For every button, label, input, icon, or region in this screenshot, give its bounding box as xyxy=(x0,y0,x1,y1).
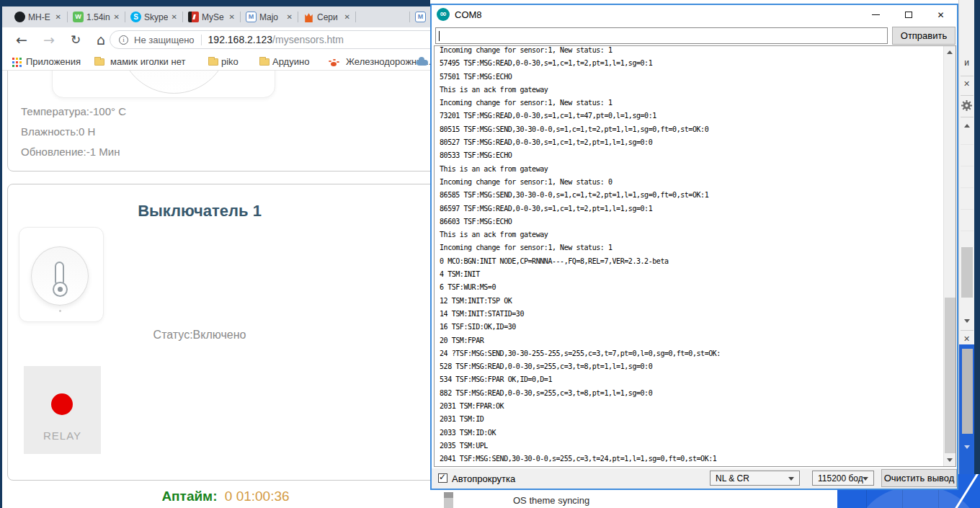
relay-button[interactable]: RELAY xyxy=(24,366,101,454)
tab-close-icon[interactable]: ✕ xyxy=(229,13,235,21)
cat-favicon xyxy=(303,12,314,22)
maximize-icon xyxy=(905,12,912,18)
browser-tab-serial[interactable]: Сери ✕ xyxy=(299,6,355,27)
tab-close-icon[interactable]: ✕ xyxy=(172,13,177,21)
minimize-icon xyxy=(872,14,880,15)
tab-close-icon[interactable]: ✕ xyxy=(114,13,120,21)
strip-blue-section xyxy=(959,344,975,476)
arduino-icon: ∞ xyxy=(437,8,450,21)
folder-icon[interactable] xyxy=(208,58,218,66)
bookmark-apps-label[interactable]: Приложения xyxy=(26,56,81,67)
scrollbar-thumb[interactable] xyxy=(962,349,973,434)
paw-icon[interactable] xyxy=(331,62,337,66)
info-icon[interactable]: i xyxy=(119,35,128,45)
address-bar[interactable]: i Не защищено 192.168.2.123/mysensors.ht… xyxy=(110,30,430,49)
tab-close-icon[interactable]: ✕ xyxy=(55,13,61,21)
serial-log-area[interactable]: Incoming change for sensor:1, New status… xyxy=(434,45,956,467)
divider xyxy=(961,144,974,145)
close-icon[interactable]: ✕ xyxy=(959,334,974,344)
browser-tab-github[interactable]: MH-E ✕ xyxy=(10,6,66,27)
browser-tab-154in[interactable]: W 1.54in ✕ xyxy=(68,6,124,27)
tab-separator xyxy=(355,12,356,22)
tab-label: Majo xyxy=(259,12,278,22)
mysensors-page: Температура:-100° C Влажность:0 Н Обновл… xyxy=(2,71,430,508)
minimize-button[interactable] xyxy=(860,5,892,24)
skype-favicon: S xyxy=(130,12,141,22)
tab-close-icon[interactable]: ✕ xyxy=(344,13,350,21)
divider xyxy=(961,76,974,76)
apps-grid-icon[interactable] xyxy=(12,58,14,60)
close-icon[interactable]: ✕ xyxy=(959,79,974,89)
m-hexagon-favicon: M xyxy=(246,12,257,22)
divider xyxy=(961,117,974,117)
serial-monitor-window: ∞ COM8 ✕ Отправить Incoming change for s… xyxy=(430,4,958,490)
mysensors-favicon xyxy=(188,12,199,22)
serial-log: Incoming change for sensor:1, New status… xyxy=(435,45,956,466)
browser-tab-majordomo[interactable]: M Majo ✕ xyxy=(241,6,297,27)
scroll-up-icon[interactable] xyxy=(947,50,953,54)
baud-rate-select[interactable]: 115200 бод xyxy=(812,471,874,486)
serial-title-bar[interactable]: ∞ COM8 ✕ xyxy=(432,5,957,24)
home-icon[interactable]: ⌂ xyxy=(97,32,105,48)
divider xyxy=(961,231,974,231)
switch-title: Выключатель 1 xyxy=(5,202,394,220)
browser-tab-partial[interactable]: M xyxy=(411,6,430,27)
gear-icon[interactable] xyxy=(959,100,974,114)
folder-icon[interactable] xyxy=(94,58,104,66)
scrollbar-thumb[interactable] xyxy=(961,247,973,298)
divider xyxy=(961,95,974,96)
strip-text: и xyxy=(959,58,974,68)
tab-close-icon[interactable]: ✕ xyxy=(287,13,293,21)
browser-toolbar: ← → ↻ ⌂ i Не защищено 192.168.2.123/myse… xyxy=(2,27,430,52)
scroll-down-icon[interactable] xyxy=(947,458,953,462)
clear-output-button[interactable]: Очистить вывод xyxy=(881,469,957,487)
background-scrollbar-fragment xyxy=(444,492,453,508)
tab-separator xyxy=(182,12,183,22)
back-icon[interactable]: ← xyxy=(16,32,27,48)
browser-tab-mysensors[interactable]: MySe ✕ xyxy=(184,6,239,27)
background-os-text: OS theme syncing xyxy=(513,495,589,506)
divider xyxy=(961,330,974,331)
autoscroll-label: Автопрокрутка xyxy=(452,473,515,484)
baud-rate-value: 115200 бод xyxy=(818,473,863,484)
serial-scrollbar[interactable] xyxy=(943,46,956,466)
scroll-up-icon[interactable] xyxy=(964,124,970,128)
tab-label: Skype xyxy=(144,12,168,22)
divider xyxy=(961,187,974,188)
text-caret xyxy=(439,31,440,41)
bookmarks-bar: Приложения мамик иголки нет piko Ардуино… xyxy=(2,52,430,71)
send-button[interactable]: Отправить xyxy=(892,27,956,45)
reload-icon[interactable]: ↻ xyxy=(71,32,81,47)
maximize-button[interactable] xyxy=(892,5,925,24)
serial-bottom-bar: ✓ Автопрокрутка NL & CR 115200 бод Очист… xyxy=(432,468,957,489)
scroll-down-icon[interactable] xyxy=(964,319,970,323)
serial-window-title: COM8 xyxy=(455,9,482,20)
scroll-down-icon[interactable] xyxy=(964,445,970,449)
browser-tab-skype[interactable]: S Skype ✕ xyxy=(126,6,182,27)
tab-separator xyxy=(240,12,241,22)
tab-label: MySe xyxy=(202,12,224,22)
folder-icon[interactable] xyxy=(259,58,270,66)
bookmark-folder-3[interactable]: Ардуино xyxy=(272,56,309,67)
tab-separator xyxy=(298,12,298,22)
close-icon: ✕ xyxy=(937,10,944,20)
browser-window-top-frame xyxy=(0,0,430,6)
security-label: Не защищено xyxy=(134,35,195,45)
forward-icon[interactable]: → xyxy=(43,32,55,48)
autoscroll-checkbox[interactable]: ✓ xyxy=(438,473,447,483)
bookmark-folder-1[interactable]: мамик иголки нет xyxy=(110,56,185,67)
cloud-icon[interactable] xyxy=(416,60,428,66)
github-favicon xyxy=(14,12,25,22)
divider xyxy=(961,166,974,166)
scrollbar-thumb[interactable] xyxy=(945,298,956,453)
url-divider xyxy=(201,35,202,45)
line-ending-select[interactable]: NL & CR xyxy=(710,471,800,486)
chevron-down-icon xyxy=(788,477,794,481)
close-button[interactable]: ✕ xyxy=(925,5,957,24)
temperature-value: Температура:-100° C xyxy=(21,105,126,117)
uptime-value: 0 01:00:36 xyxy=(225,489,290,504)
bookmark-folder-2[interactable]: piko xyxy=(221,56,239,67)
url-host: 192.168.2.123 xyxy=(208,34,273,45)
relay-indicator-icon xyxy=(51,393,73,415)
serial-send-input[interactable] xyxy=(435,27,888,44)
